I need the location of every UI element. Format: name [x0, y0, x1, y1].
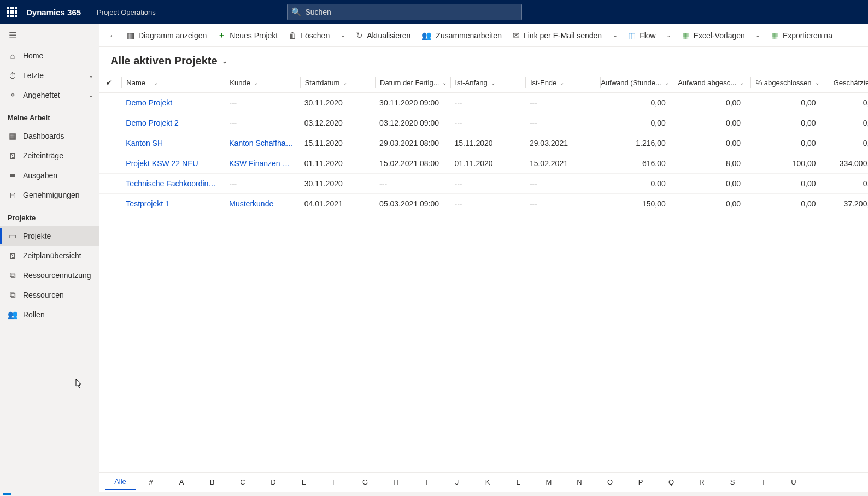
col-aufwand[interactable]: Aufwand (Stunde...⌄ [597, 73, 672, 93]
sidebar-item-0-3[interactable]: 🗎 Genehmigungen [0, 185, 99, 205]
alpha-D[interactable]: D [258, 475, 289, 489]
alpha-#[interactable]: # [136, 475, 166, 489]
cell-name[interactable]: Technische Fachkoordination [118, 174, 221, 194]
sidebar-item-1-3[interactable]: ⧉ Ressourcen [0, 285, 99, 305]
excel-templates-button[interactable]: ▦ Excel-Vorlagen [677, 27, 750, 44]
email-link-dropdown[interactable]: ⌄ [607, 27, 623, 44]
cell-aufwand: 0,00 [597, 113, 672, 133]
table-row[interactable]: Demo Projekt 2 --- 03.12.2020 03.12.2020… [99, 113, 868, 133]
row-select-cell[interactable] [99, 113, 118, 133]
refresh-icon: ↻ [356, 31, 363, 40]
cell-ist-ende: 29.03.2021 [522, 133, 597, 153]
show-chart-button[interactable]: ▥ Diagramm anzeigen [121, 27, 212, 44]
col-ist-anfang[interactable]: Ist-Anfang⌄ [447, 73, 522, 93]
sidebar-toggle[interactable]: ☰ [0, 24, 99, 46]
sidebar-item-0-1[interactable]: 🗓 Zeiteinträge [0, 146, 99, 166]
cell-name[interactable]: Projekt KSW 22 NEU [118, 153, 221, 174]
row-select-cell[interactable] [99, 153, 118, 174]
export-button[interactable]: ▦ Exportieren na [766, 27, 838, 44]
sidebar-item-top-1[interactable]: ⏱ Letzte ⌄ [0, 66, 99, 85]
projects-grid: ✔ Name↑⌄ Kunde⌄ Startdatum⌄ Datum der Fe… [99, 73, 868, 214]
view-selector[interactable]: Alle aktiven Projekte ⌄ [110, 55, 227, 67]
sidebar-item-label: Rollen [23, 310, 45, 319]
alpha-A[interactable]: A [166, 475, 197, 489]
row-select-cell[interactable] [99, 93, 118, 113]
alpha-C[interactable]: C [227, 475, 258, 489]
alpha-B[interactable]: B [197, 475, 227, 489]
alpha-M[interactable]: M [533, 475, 564, 489]
grid-scroll[interactable]: ✔ Name↑⌄ Kunde⌄ Startdatum⌄ Datum der Fe… [99, 73, 868, 472]
cell-name[interactable]: Kanton SH [118, 133, 221, 153]
cell-kunde[interactable]: Kanton Schaffhauser [221, 133, 296, 153]
alpha-I[interactable]: I [411, 475, 442, 489]
alpha-J[interactable]: J [442, 475, 472, 489]
sidebar-group-title: Projekte [0, 205, 99, 226]
alpha-all[interactable]: Alle [105, 474, 136, 490]
row-select-cell[interactable] [99, 133, 118, 153]
alpha-F[interactable]: F [319, 475, 350, 489]
col-due[interactable]: Datum der Fertig...⌄ [372, 73, 447, 93]
refresh-button[interactable]: ↻ Aktualisieren [350, 27, 416, 44]
alpha-T[interactable]: T [748, 475, 778, 489]
col-start[interactable]: Startdatum⌄ [297, 73, 372, 93]
sidebar-item-1-2[interactable]: ⧉ Ressourcennutzung [0, 265, 99, 285]
sidebar-icon: 👥 [8, 310, 17, 320]
cell-aufwand-abg: 8,00 [672, 153, 747, 174]
collaborate-button[interactable]: 👥 Zusammenarbeiten [416, 27, 507, 44]
row-select-cell[interactable] [99, 194, 118, 214]
search-input[interactable] [287, 4, 522, 20]
delete-button[interactable]: 🗑 Löschen [283, 27, 335, 44]
sidebar-icon: ▭ [8, 231, 17, 241]
sidebar-item-1-4[interactable]: 👥 Rollen [0, 305, 99, 324]
col-name[interactable]: Name↑⌄ [118, 73, 221, 93]
alpha-S[interactable]: S [717, 475, 748, 489]
table-row[interactable]: Projekt KSW 22 NEU KSW Finanzen NEU 01.1… [99, 153, 868, 174]
new-project-button[interactable]: ＋ Neues Projekt [212, 27, 283, 44]
cell-kunde[interactable]: KSW Finanzen NEU [221, 153, 296, 174]
alpha-N[interactable]: N [564, 475, 595, 489]
sidebar-item-label: Genehmigungen [23, 191, 80, 199]
table-row[interactable]: Testprojekt 1 Musterkunde 04.01.2021 05.… [99, 194, 868, 214]
alpha-O[interactable]: O [595, 475, 625, 489]
cell-kunde[interactable]: Musterkunde [221, 194, 296, 214]
sidebar-item-0-2[interactable]: ≣ Ausgaben [0, 166, 99, 185]
alpha-R[interactable]: R [687, 475, 717, 489]
app-launcher-icon[interactable] [7, 7, 17, 17]
excel-templates-dropdown[interactable]: ⌄ [750, 27, 766, 44]
cell-kunde: --- [221, 113, 296, 133]
flow-dropdown[interactable]: ⌄ [661, 27, 677, 44]
table-row[interactable]: Kanton SH Kanton Schaffhauser 15.11.2020… [99, 133, 868, 153]
alpha-H[interactable]: H [380, 475, 411, 489]
col-select[interactable]: ✔ [99, 73, 118, 93]
sidebar-item-top-2[interactable]: ✧ Angeheftet ⌄ [0, 85, 99, 105]
alpha-Q[interactable]: Q [656, 475, 687, 489]
cell-name[interactable]: Testprojekt 1 [118, 194, 221, 214]
sidebar-item-label: Ressourcennutzung [23, 271, 91, 280]
delete-dropdown[interactable]: ⌄ [335, 27, 350, 44]
row-select-cell[interactable] [99, 174, 118, 194]
alpha-L[interactable]: L [503, 475, 533, 489]
col-kunde[interactable]: Kunde⌄ [221, 73, 296, 93]
cell-name[interactable]: Demo Projekt 2 [118, 113, 221, 133]
col-pct[interactable]: % abgeschlossen⌄ [747, 73, 822, 93]
alpha-G[interactable]: G [350, 475, 380, 489]
table-row[interactable]: Demo Projekt --- 30.11.2020 30.11.2020 0… [99, 93, 868, 113]
col-ist-ende[interactable]: Ist-Ende⌄ [522, 73, 597, 93]
sidebar-item-1-1[interactable]: 🗓 Zeitplanübersicht [0, 246, 99, 265]
cell-due: 05.03.2021 09:00 [372, 194, 447, 214]
alpha-K[interactable]: K [472, 475, 503, 489]
table-row[interactable]: Technische Fachkoordination --- 30.11.20… [99, 174, 868, 194]
col-gesamt[interactable]: Geschätzte Gesa... [823, 73, 868, 93]
cell-aufwand: 616,00 [597, 153, 672, 174]
alpha-U[interactable]: U [778, 475, 809, 489]
email-link-button[interactable]: ✉ Link per E-Mail senden [507, 27, 607, 44]
cell-name[interactable]: Demo Projekt [118, 93, 221, 113]
alpha-E[interactable]: E [289, 475, 319, 489]
sidebar-item-0-0[interactable]: ▦ Dashboards [0, 126, 99, 146]
col-aufwand-abg[interactable]: Aufwand abgesc...⌄ [672, 73, 747, 93]
alpha-P[interactable]: P [625, 475, 656, 489]
back-button[interactable]: ← [104, 27, 121, 44]
sidebar-item-top-0[interactable]: ⌂ Home [0, 46, 99, 66]
sidebar-item-1-0[interactable]: ▭ Projekte [0, 226, 99, 246]
flow-button[interactable]: ◫ Flow [623, 27, 661, 44]
